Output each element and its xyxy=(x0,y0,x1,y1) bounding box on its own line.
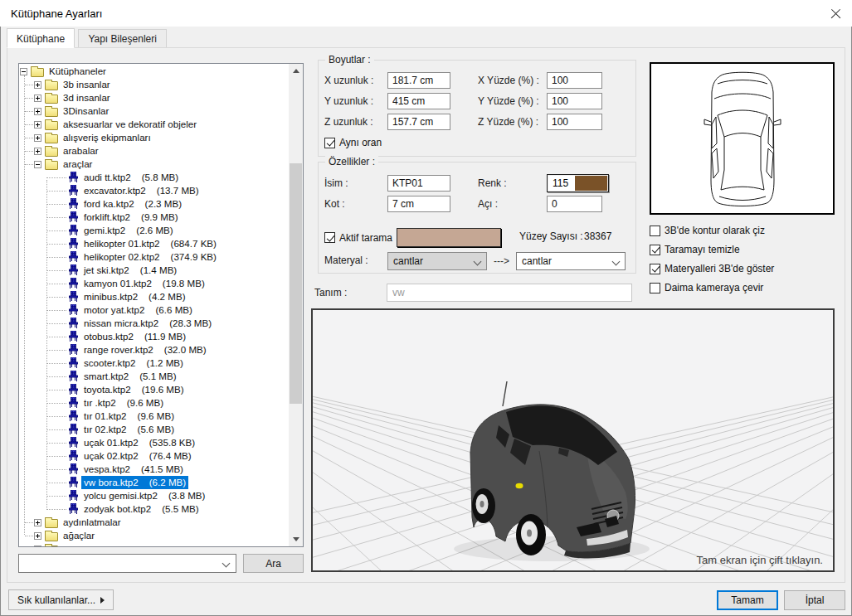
expand-icon[interactable] xyxy=(34,532,41,540)
tree-item[interactable]: arabalar xyxy=(19,144,289,158)
angle-label: Açı : xyxy=(478,198,498,210)
tree-item[interactable]: gemi.ktp2(2.6 MB) xyxy=(19,224,289,237)
tree-item-size: (1.4 MB) xyxy=(140,264,177,275)
same-ratio-checkbox[interactable] xyxy=(324,138,335,148)
tree-item[interactable]: excavator.ktp2(13.7 MB) xyxy=(19,184,289,197)
tree-item[interactable]: otobus.ktp2(11.9 MB) xyxy=(19,330,289,343)
expand-icon[interactable] xyxy=(34,108,41,115)
ok-button[interactable]: Tamam xyxy=(717,590,778,610)
tree-item[interactable]: nissan micra.ktp2(28.3 MB) xyxy=(19,317,289,330)
option-checkbox[interactable] xyxy=(650,226,660,236)
tree-item[interactable]: smart.ktp2(5.1 MB) xyxy=(19,370,289,383)
option-checkbox[interactable] xyxy=(650,245,660,255)
tree-item[interactable]: aydınlatmalar xyxy=(19,516,289,529)
name-input[interactable] xyxy=(387,175,450,192)
close-icon[interactable] xyxy=(830,7,842,20)
collapse-icon[interactable] xyxy=(20,68,27,75)
object-icon xyxy=(68,172,79,183)
collapse-icon[interactable] xyxy=(34,161,41,168)
angle-input[interactable] xyxy=(547,196,602,212)
material-to-dropdown[interactable]: cantlar xyxy=(516,252,626,270)
tree-item[interactable]: tır .ktp2(9.6 MB) xyxy=(19,396,289,410)
arrow-right-icon xyxy=(100,597,105,604)
description-input[interactable] xyxy=(387,284,632,302)
tree-item[interactable]: jet ski.ktp2(1.4 MB) xyxy=(19,264,289,277)
tree-item[interactable]: tır 01.ktp2(9.6 MB) xyxy=(19,410,289,423)
tree-item[interactable]: tır 02.ktp2(5.6 MB) xyxy=(19,423,289,436)
object-icon xyxy=(68,410,79,422)
tree-item[interactable]: alışveriş ekipmanları xyxy=(19,131,289,144)
scroll-up-icon[interactable] xyxy=(289,64,303,78)
tree-item[interactable]: forklift.ktp2(9.9 MB) xyxy=(19,211,289,224)
tree-item[interactable]: 3b insanlar xyxy=(19,78,289,91)
tree-item[interactable]: minibus.ktp2(4.2 MB) xyxy=(19,290,289,303)
tree-item-size: (6.2 MB) xyxy=(149,477,186,487)
tree-item[interactable]: 3d insanlar xyxy=(19,91,289,104)
x-percent-input[interactable] xyxy=(547,72,602,89)
object-icon xyxy=(68,251,79,263)
tree-item[interactable]: uçak 01.ktp2(535.8 KB) xyxy=(19,436,289,449)
object-icon xyxy=(68,357,79,369)
z-percent-input[interactable] xyxy=(547,114,602,130)
preview-3d[interactable]: Tam ekran için çift tıklayın. xyxy=(311,308,835,572)
tree-item[interactable]: ford ka.ktp2(2.3 MB) xyxy=(19,197,289,211)
tree-item[interactable]: range rover.ktp2(32.0 MB) xyxy=(19,343,289,357)
tab-kutuphane[interactable]: Kütüphane xyxy=(7,28,75,48)
hatch-color-swatch[interactable] xyxy=(397,228,501,247)
color-swatch[interactable] xyxy=(575,176,607,191)
z-length-input[interactable] xyxy=(387,114,450,130)
object-icon xyxy=(68,238,79,250)
tree-item[interactable]: yolcu gemisi.ktp2(3.8 MB) xyxy=(19,489,289,502)
tree-item[interactable]: audi tt.ktp2(5.8 MB) xyxy=(19,171,289,184)
tree-item[interactable]: vw bora.ktp2(6.2 MB) xyxy=(19,476,289,489)
color-index-input[interactable] xyxy=(548,176,575,191)
tree-item[interactable]: ağaçlar xyxy=(19,529,289,542)
tree-item[interactable]: motor yat.ktp2(6.6 MB) xyxy=(19,303,289,317)
scrollbar-thumb[interactable] xyxy=(290,163,302,404)
expand-icon[interactable] xyxy=(34,134,41,142)
tree-item-size: (19.8 MB) xyxy=(163,278,205,289)
tree-item[interactable]: aksesuarlar ve dekoratif objeler xyxy=(19,118,289,131)
tree-item-size: (1.2 MB) xyxy=(147,357,183,368)
object-icon xyxy=(68,490,79,502)
tree-item[interactable]: scooter.ktp2(1.2 MB) xyxy=(19,357,289,370)
tree-item[interactable]: helikopter 02.ktp2(374.9 KB) xyxy=(19,250,289,264)
elevation-input[interactable] xyxy=(387,196,450,212)
chevron-down-icon[interactable] xyxy=(222,560,231,568)
dimensions-legend: Boyutlar : xyxy=(325,54,374,65)
x-length-input[interactable] xyxy=(387,72,450,89)
tree-item[interactable] xyxy=(19,542,289,546)
tree-item[interactable]: vespa.ktp2(41.5 MB) xyxy=(19,463,289,476)
expand-icon[interactable] xyxy=(34,95,41,102)
color-picker[interactable] xyxy=(547,174,609,192)
tree-item[interactable]: helikopter 01.ktp2(684.7 KB) xyxy=(19,237,289,250)
tree-item[interactable]: toyota.ktp2(19.6 MB) xyxy=(19,383,289,396)
active-hatch-checkbox[interactable] xyxy=(324,232,335,243)
search-combobox[interactable] xyxy=(18,554,236,573)
tree-item-size: (32.0 MB) xyxy=(164,344,207,355)
tree-item[interactable]: Kütüphaneler xyxy=(19,65,289,78)
dialog-title: Kütüphane Ayarları xyxy=(11,7,102,20)
y-percent-input[interactable] xyxy=(547,93,602,109)
expand-icon[interactable] xyxy=(34,546,41,547)
tree-item[interactable]: araçlar xyxy=(19,158,289,171)
expand-icon[interactable] xyxy=(34,148,41,155)
option-checkbox[interactable] xyxy=(650,283,660,293)
tree-item[interactable]: zodyak bot.ktp2(5.5 MB) xyxy=(19,502,289,516)
y-length-input[interactable] xyxy=(387,93,450,109)
material-from-dropdown[interactable]: cantlar xyxy=(387,252,487,270)
favorites-button[interactable]: Sık kullanılanlar... xyxy=(8,589,114,610)
option-checkbox[interactable] xyxy=(650,264,660,274)
tree-item-size: (5.6 MB) xyxy=(138,424,174,434)
search-button[interactable]: Ara xyxy=(243,554,304,573)
expand-icon[interactable] xyxy=(34,121,41,129)
tree-item[interactable]: uçak 02.ktp2(76.4 MB) xyxy=(19,449,289,463)
scroll-down-icon[interactable] xyxy=(289,532,303,546)
tree-item[interactable]: kamyon 01.ktp2(19.8 MB) xyxy=(19,277,289,290)
expand-icon[interactable] xyxy=(34,81,41,89)
expand-icon[interactable] xyxy=(34,519,41,526)
tab-yapi-bilesenleri[interactable]: Yapı Bileşenleri xyxy=(78,29,167,48)
cancel-button[interactable]: İptal xyxy=(784,590,845,610)
tree-scrollbar[interactable] xyxy=(289,64,303,546)
tree-item[interactable]: 3Dinsanlar xyxy=(19,104,289,118)
